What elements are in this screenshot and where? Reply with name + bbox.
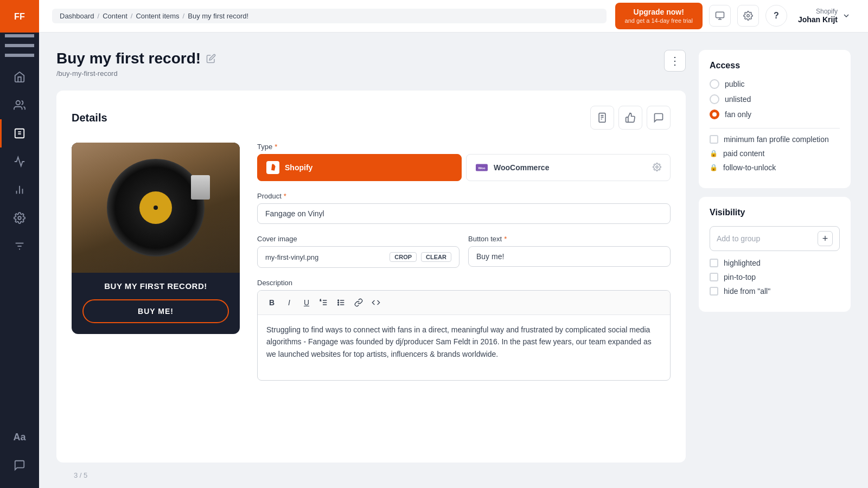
- woocommerce-settings-icon[interactable]: [653, 163, 661, 173]
- sidebar: FF: [0, 0, 39, 488]
- sidebar-item-analytics[interactable]: [0, 176, 39, 204]
- sidebar-item-campaigns[interactable]: [0, 147, 39, 176]
- help-button[interactable]: ?: [765, 5, 787, 27]
- preview-buy-button[interactable]: BUY ME!: [82, 299, 229, 323]
- sidebar-item-home[interactable]: [0, 63, 39, 91]
- cover-image-label: Cover image: [257, 235, 459, 243]
- add-group-button[interactable]: +: [818, 231, 833, 246]
- crop-button[interactable]: CROP: [390, 252, 417, 262]
- user-menu[interactable]: Shopify Johan Krijt: [794, 5, 855, 26]
- sidebar-item-filter[interactable]: [0, 232, 39, 260]
- radio-unlisted[interactable]: unlisted: [710, 94, 840, 104]
- radio-label-public: public: [725, 80, 745, 88]
- shopify-icon: [266, 161, 279, 174]
- breadcrumb-content-items[interactable]: Content items: [136, 12, 179, 20]
- add-group-input[interactable]: Add to group +: [710, 226, 840, 251]
- radio-label-fan-only: fan only: [725, 110, 751, 119]
- pin-to-top-row: pin-to-top: [710, 273, 840, 281]
- breadcrumb-dashboard[interactable]: Dashboard: [60, 12, 94, 20]
- more-options-button[interactable]: ⋮: [664, 50, 686, 72]
- breadcrumb-sep2: /: [131, 12, 133, 20]
- minimum-fan-profile-checkbox[interactable]: [710, 135, 718, 144]
- preview-image: [72, 143, 240, 273]
- ordered-list-button[interactable]: 1: [316, 295, 331, 310]
- type-label: Type *: [257, 143, 671, 151]
- hide-from-all-checkbox[interactable]: [710, 287, 718, 296]
- vinyl-label: [139, 191, 172, 224]
- right-panel: Access public unlisted fan only: [699, 50, 851, 488]
- product-input[interactable]: [257, 203, 671, 224]
- tab-comments[interactable]: [647, 106, 671, 130]
- minimum-fan-profile-label: minimum fan profile completion: [724, 135, 829, 144]
- paid-content-label: paid content: [723, 149, 764, 158]
- monitor-icon-button[interactable]: [709, 5, 731, 27]
- sidebar-item-typography[interactable]: Aa: [0, 423, 39, 451]
- preview-title: BUY MY FIRST RECORD!: [82, 281, 229, 291]
- preview-column: BUY MY FIRST RECORD! BUY ME!: [72, 143, 240, 391]
- edit-icon[interactable]: [206, 54, 216, 63]
- details-tabs: [590, 106, 671, 130]
- radio-fan-only[interactable]: fan only: [710, 110, 840, 119]
- button-text-section: Button text *: [468, 235, 671, 268]
- svg-point-36: [338, 304, 339, 305]
- page-title-section: Buy my first record! /buy-my-first-recor…: [56, 50, 216, 78]
- settings-icon-button[interactable]: [737, 5, 759, 27]
- add-group-placeholder: Add to group: [717, 234, 813, 243]
- details-body: BUY MY FIRST RECORD! BUY ME! Type *: [72, 143, 671, 391]
- unordered-list-button[interactable]: [334, 295, 349, 310]
- shopify-button[interactable]: Shopify: [257, 154, 462, 181]
- svg-point-5: [16, 101, 20, 105]
- highlighted-checkbox[interactable]: [710, 259, 718, 267]
- description-content[interactable]: Struggling to find ways to connect with …: [258, 315, 670, 380]
- radio-public[interactable]: public: [710, 79, 840, 89]
- svg-point-19: [747, 15, 750, 17]
- form-column: Type * Shopify: [257, 143, 671, 391]
- clear-button[interactable]: CLEAR: [421, 252, 451, 262]
- page-header: Buy my first record! /buy-my-first-recor…: [56, 50, 686, 78]
- type-row: Shopify Woo WooCommerce: [257, 154, 671, 181]
- description-section: Description B I U: [257, 279, 671, 381]
- page-slug: /buy-my-first-record: [56, 69, 216, 78]
- content-area: Buy my first record! /buy-my-first-recor…: [39, 33, 868, 488]
- description-label: Description: [257, 279, 671, 287]
- page-title: Buy my first record!: [56, 50, 216, 67]
- bold-button[interactable]: B: [264, 295, 279, 310]
- tab-details[interactable]: [590, 106, 614, 130]
- pin-to-top-checkbox[interactable]: [710, 273, 718, 281]
- italic-button[interactable]: I: [282, 295, 297, 310]
- cover-button-row: Cover image my-first-vinyl.png CROP CLEA…: [257, 235, 671, 268]
- cover-image-section: Cover image my-first-vinyl.png CROP CLEA…: [257, 235, 459, 268]
- lock-icon-paid: 🔒: [710, 150, 718, 157]
- breadcrumb-content[interactable]: Content: [103, 12, 127, 20]
- sidebar-item-chat[interactable]: [0, 451, 39, 479]
- radio-circle-fan-only: [710, 110, 719, 119]
- svg-text:FF: FF: [14, 11, 25, 21]
- svg-rect-16: [716, 12, 724, 18]
- tab-interactions[interactable]: [618, 106, 642, 130]
- visibility-card: Visibility Add to group + highlighted pi…: [699, 197, 851, 312]
- page-wrapper: Buy my first record! /buy-my-first-recor…: [56, 50, 686, 488]
- vinyl-hole: [154, 206, 158, 210]
- code-button[interactable]: [368, 295, 384, 310]
- svg-point-26: [656, 166, 658, 168]
- upgrade-button[interactable]: Upgrade now! and get a 14-day free trial: [615, 3, 703, 29]
- topbar-actions: Upgrade now! and get a 14-day free trial…: [615, 3, 855, 29]
- button-text-input[interactable]: [468, 246, 671, 267]
- editor-toolbar: B I U 1: [258, 291, 670, 315]
- svg-point-35: [338, 302, 339, 303]
- user-name: Johan Krijt: [798, 15, 838, 24]
- sidebar-item-content[interactable]: [0, 119, 39, 147]
- sidebar-item-settings[interactable]: [0, 204, 39, 232]
- details-card: Details: [56, 91, 686, 463]
- underline-button[interactable]: U: [299, 295, 314, 310]
- user-info: Shopify Johan Krijt: [798, 8, 838, 24]
- chevron-down-icon: [842, 11, 851, 20]
- radio-circle-unlisted: [710, 94, 719, 104]
- woocommerce-button[interactable]: Woo WooCommerce: [466, 154, 671, 181]
- sidebar-menu-button[interactable]: [0, 33, 39, 59]
- sidebar-item-users[interactable]: [0, 91, 39, 119]
- user-store: Shopify: [798, 8, 838, 15]
- radio-circle-public: [710, 79, 719, 89]
- highlighted-row: highlighted: [710, 259, 840, 267]
- link-button[interactable]: [351, 295, 366, 310]
